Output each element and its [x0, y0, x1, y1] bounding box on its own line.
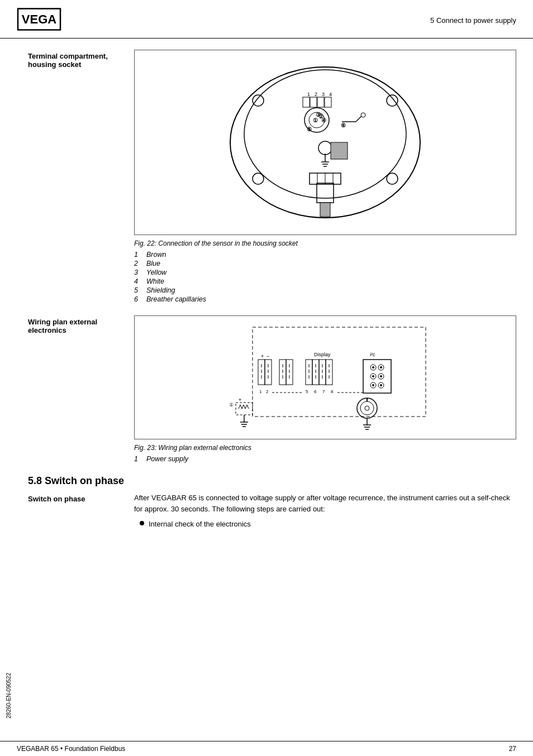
svg-point-4 [253, 95, 264, 106]
wiring-legend-list: 1Power supply [134, 455, 516, 463]
left-sidebar: 28260-EN-090522 [0, 39, 17, 741]
document-number: 28260-EN-090522 [6, 673, 12, 719]
svg-point-112 [365, 406, 369, 410]
svg-text:Display: Display [314, 352, 331, 357]
list-item: 3Yellow [134, 269, 516, 276]
svg-point-83 [372, 366, 374, 369]
svg-text:1: 1 [307, 92, 310, 97]
logo: VEGA [17, 7, 61, 34]
main-content: Terminal compartment, housing socket [17, 39, 533, 741]
switch-body-text: After VEGABAR 65 is connected to voltage… [134, 492, 516, 514]
svg-point-86 [380, 375, 382, 377]
svg-text:③: ③ [316, 112, 321, 118]
terminal-legend-list: 1Brown 2Blue 3Yellow 4White 5Shielding 6… [134, 251, 516, 303]
svg-rect-15 [325, 97, 331, 107]
svg-rect-38 [320, 203, 330, 217]
svg-text:④: ④ [321, 117, 326, 123]
footer-right: 27 [509, 745, 516, 753]
wiring-plan-diagram: + – [208, 322, 442, 433]
wiring-section-content: + – [134, 315, 516, 464]
svg-text:2: 2 [315, 92, 317, 97]
terminal-diagram-inner: 1 2 3 4 [135, 50, 516, 235]
header: VEGA 5 Connect to power supply [0, 0, 533, 39]
list-item: 4White [134, 277, 516, 285]
page-wrapper: VEGA 5 Connect to power supply 28260-EN-… [0, 0, 533, 756]
wiring-section-row: Wiring plan external electronics + [28, 315, 516, 464]
svg-text:4: 4 [329, 92, 332, 97]
wiring-section-label: Wiring plan external electronics [28, 315, 134, 464]
svg-point-87 [372, 384, 374, 386]
housing-socket-diagram: 1 2 3 4 [213, 56, 437, 229]
svg-line-101 [240, 405, 242, 409]
wiring-diagram-inner: + – [135, 316, 516, 439]
svg-text:7: 7 [322, 389, 325, 394]
svg-text:5: 5 [306, 389, 308, 394]
list-item: Internal check of the electronics [140, 519, 516, 530]
list-item: 5Shielding [134, 286, 516, 294]
svg-rect-13 [310, 97, 317, 107]
svg-text:①: ① [313, 117, 318, 123]
svg-text:2: 2 [266, 389, 269, 394]
vega-logo-icon: VEGA [17, 7, 61, 32]
svg-text:8: 8 [331, 389, 334, 394]
svg-line-105 [247, 405, 249, 409]
wiring-diagram-box: + – [134, 315, 516, 439]
svg-point-84 [380, 366, 382, 369]
svg-text:+: + [261, 353, 264, 359]
svg-text:VEGA: VEGA [22, 12, 56, 26]
svg-point-88 [380, 384, 382, 386]
svg-text:⑤: ⑤ [307, 126, 312, 132]
switch-section-content: After VEGABAR 65 is connected to voltage… [134, 492, 516, 534]
svg-text:⑥: ⑥ [341, 122, 346, 128]
svg-rect-14 [317, 97, 324, 107]
terminal-section-row: Terminal compartment, housing socket [28, 50, 516, 304]
svg-point-26 [361, 113, 365, 117]
switch-section-label: Switch on phase [28, 492, 134, 534]
svg-rect-12 [303, 97, 310, 107]
list-item: 6Breather capillaries [134, 295, 516, 303]
svg-text:3: 3 [322, 92, 325, 97]
svg-point-5 [387, 95, 398, 106]
svg-rect-32 [331, 142, 348, 159]
terminal-section-content: 1 2 3 4 [134, 50, 516, 304]
switch-section-row: Switch on phase After VEGABAR 65 is conn… [28, 492, 516, 534]
svg-text:①: ① [229, 402, 234, 408]
switch-heading: 5.8 Switch on phase [28, 475, 516, 487]
svg-rect-39 [253, 327, 426, 417]
svg-point-27 [318, 141, 332, 155]
svg-line-100 [239, 405, 240, 409]
svg-point-85 [372, 375, 374, 377]
svg-line-104 [245, 405, 247, 409]
svg-line-102 [242, 405, 244, 409]
svg-rect-99 [236, 403, 253, 415]
svg-point-6 [253, 173, 264, 184]
svg-line-103 [244, 405, 245, 409]
svg-point-7 [387, 173, 398, 184]
list-item: 1Power supply [134, 455, 516, 463]
svg-text:–: – [266, 353, 269, 359]
svg-text:1: 1 [259, 389, 262, 394]
footer-left: VEGABAR 65 • Foundation Fieldbus [17, 745, 125, 753]
svg-point-2 [230, 67, 420, 218]
switch-bullets: Internal check of the electronics [140, 519, 516, 530]
header-section-label: 5 Connect to power supply [430, 16, 516, 25]
svg-text:i²c: i²c [370, 352, 375, 357]
svg-point-111 [360, 401, 374, 415]
svg-rect-37 [317, 183, 334, 203]
list-item: 2Blue [134, 260, 516, 267]
svg-text:+: + [239, 397, 241, 403]
wiring-fig-caption: Fig. 23: Wiring plan external electronic… [134, 444, 516, 452]
bullet-icon [140, 521, 144, 525]
content-area: 28260-EN-090522 Terminal compartment, ho… [0, 39, 533, 741]
list-item: 1Brown [134, 251, 516, 259]
terminal-fig-caption: Fig. 22: Connection of the sensor in the… [134, 240, 516, 247]
svg-rect-76 [363, 360, 391, 393]
svg-text:6: 6 [314, 389, 317, 394]
terminal-section-label: Terminal compartment, housing socket [28, 50, 134, 304]
svg-line-25 [356, 116, 361, 122]
footer: VEGABAR 65 • Foundation Fieldbus 27 [0, 741, 533, 756]
terminal-diagram-box: 1 2 3 4 [134, 50, 516, 235]
